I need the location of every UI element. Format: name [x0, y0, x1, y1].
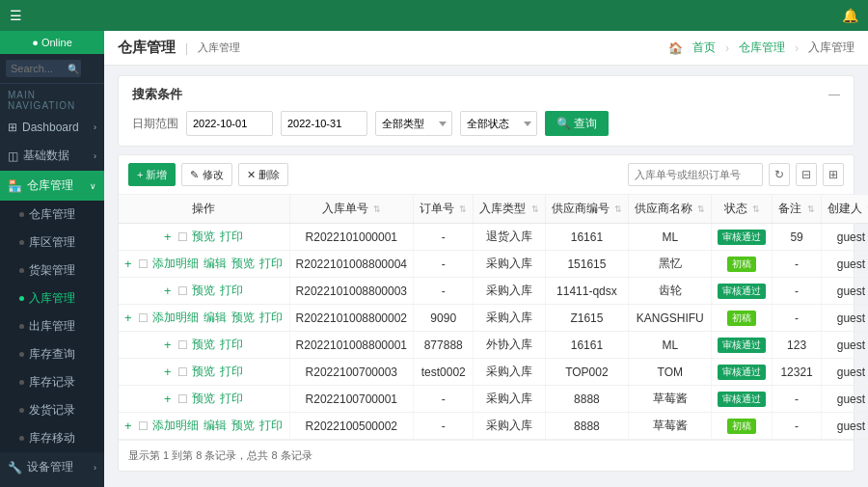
expand-icon[interactable]: + — [124, 311, 132, 325]
row-checkbox[interactable]: ☐ — [138, 311, 149, 325]
cell-order-no: R2022101008800004 — [289, 251, 413, 278]
action-link-预览[interactable]: 预览 — [231, 418, 255, 434]
sort-icon[interactable]: ⇅ — [697, 204, 705, 214]
row-checkbox[interactable]: ☐ — [138, 257, 149, 271]
cell-actions: +☐预览打印 — [119, 332, 289, 359]
toolbar-left: + 新增 ✎ 修改 ✕ 删除 — [128, 163, 288, 186]
page-header-left: 仓库管理 | 入库管理 — [118, 39, 240, 57]
row-checkbox[interactable]: ☐ — [177, 392, 188, 406]
hamburger-icon[interactable]: ☰ — [10, 8, 22, 23]
cell-creator: guest — [821, 386, 868, 413]
sidebar-item-history[interactable]: 库存记录 — [0, 368, 104, 396]
action-link-打印[interactable]: 打印 — [220, 391, 243, 407]
cell-type: 采购入库 — [474, 413, 545, 440]
action-link-添加明细[interactable]: 添加明细 — [152, 256, 199, 272]
action-link-添加明细[interactable]: 添加明细 — [152, 418, 199, 434]
date-to-input[interactable] — [281, 111, 367, 136]
collapse-icon[interactable]: — — [828, 88, 840, 101]
action-link-打印[interactable]: 打印 — [259, 418, 283, 434]
sidebar-item-area[interactable]: 库区管理 — [0, 229, 104, 257]
edit-button[interactable]: ✎ 修改 — [181, 163, 231, 186]
action-link-编辑[interactable]: 编辑 — [203, 256, 227, 272]
action-link-预览[interactable]: 预览 — [192, 337, 215, 353]
action-link-打印[interactable]: 打印 — [220, 229, 243, 245]
table-row: +☐添加明细编辑预览打印R2022100500002-采购入库8888草莓酱初稿… — [119, 413, 868, 440]
cell-actions: +☐预览打印 — [119, 386, 289, 413]
row-checkbox[interactable]: ☐ — [177, 284, 188, 298]
sidebar-item-dashboard[interactable]: ⊞ Dashboard › — [0, 114, 104, 141]
action-link-打印[interactable]: 打印 — [220, 283, 243, 299]
row-checkbox[interactable]: ☐ — [177, 338, 188, 352]
sidebar-item-warehouse-mgmt[interactable]: 🏪 仓库管理 ∨ — [0, 171, 104, 201]
bell-icon[interactable]: 🔔 — [842, 8, 858, 23]
expand-icon[interactable]: + — [164, 284, 172, 298]
expand-icon[interactable]: + — [164, 338, 172, 352]
sort-icon[interactable]: ⇅ — [459, 204, 467, 214]
sidebar-item-delivery[interactable]: 发货记录 — [0, 396, 104, 424]
col-supplier-code: 供应商编号 ⇅ — [545, 195, 628, 224]
sidebar-item-inventory-query[interactable]: 库存查询 — [0, 340, 104, 368]
breadcrumb-sep2: › — [795, 41, 799, 55]
sort-icon[interactable]: ⇅ — [531, 204, 539, 214]
action-link-编辑[interactable]: 编辑 — [203, 418, 227, 434]
export-button[interactable]: ⊞ — [823, 163, 844, 186]
search-button[interactable]: 🔍 查询 — [545, 111, 609, 136]
action-link-打印[interactable]: 打印 — [220, 364, 243, 380]
sidebar-item-transfer[interactable]: 库存移动 — [0, 424, 104, 452]
cell-type: 采购入库 — [474, 278, 545, 305]
dashboard-icon: ⊞ — [8, 121, 17, 134]
action-link-添加明细[interactable]: 添加明细 — [152, 310, 199, 326]
action-link-打印[interactable]: 打印 — [259, 256, 283, 272]
delete-button[interactable]: ✕ 删除 — [238, 163, 288, 186]
expand-icon[interactable]: + — [164, 365, 172, 379]
columns-icon: ⊟ — [801, 168, 811, 181]
expand-icon[interactable]: + — [164, 230, 172, 244]
status-select[interactable]: 全部状态 审核通过 初稿 — [460, 111, 537, 136]
breadcrumb-home-link[interactable]: 首页 — [692, 40, 716, 56]
action-link-预览[interactable]: 预览 — [231, 256, 255, 272]
breadcrumb-warehouse-link[interactable]: 仓库管理 — [739, 40, 785, 56]
cell-supplier-code: 8888 — [545, 386, 628, 413]
sidebar-item-inbound[interactable]: 入库管理 — [0, 284, 104, 312]
row-checkbox[interactable]: ☐ — [177, 230, 188, 244]
sidebar-item-label: 基础数据 — [23, 148, 69, 164]
action-link-预览[interactable]: 预览 — [192, 391, 215, 407]
table-search-input[interactable] — [628, 163, 763, 186]
action-link-打印[interactable]: 打印 — [259, 310, 283, 326]
col-order-id: 订单号 ⇅ — [414, 195, 474, 224]
row-checkbox[interactable]: ☐ — [177, 365, 188, 379]
sidebar-item-basic-data[interactable]: ◫ 基础数据 › — [0, 141, 104, 171]
status-badge: 初稿 — [727, 311, 756, 326]
action-link-预览[interactable]: 预览 — [192, 283, 215, 299]
action-link-预览[interactable]: 预览 — [192, 364, 215, 380]
refresh-button[interactable]: ↻ — [769, 163, 790, 186]
expand-icon[interactable]: + — [124, 257, 132, 271]
type-select[interactable]: 全部类型 采购入库 退货入库 外协入库 — [375, 111, 452, 136]
columns-button[interactable]: ⊟ — [796, 163, 817, 186]
expand-icon[interactable]: + — [124, 419, 132, 433]
action-link-编辑[interactable]: 编辑 — [203, 310, 227, 326]
sidebar-item-warehouse[interactable]: 仓库管理 — [0, 201, 104, 229]
sort-icon[interactable]: ⇅ — [614, 204, 622, 214]
page-title: 仓库管理 — [118, 39, 176, 57]
expand-icon[interactable]: + — [164, 392, 172, 406]
sort-icon[interactable]: ⇅ — [373, 204, 381, 214]
search-panel: 搜索条件 — 日期范围 全部类型 采购入库 退货入库 外协入库 全部状态 — [118, 75, 854, 147]
sidebar-item-device[interactable]: 🔧 设备管理 › — [0, 452, 104, 482]
sidebar-item-outbound[interactable]: 出库管理 — [0, 312, 104, 340]
date-from-input[interactable] — [186, 111, 273, 136]
action-link-预览[interactable]: 预览 — [192, 229, 215, 245]
action-link-打印[interactable]: 打印 — [220, 337, 243, 353]
action-link-预览[interactable]: 预览 — [231, 310, 255, 326]
cell-supplier-code: TOP002 — [545, 359, 628, 386]
sidebar-item-shelf[interactable]: 货架管理 — [0, 257, 104, 284]
row-checkbox[interactable]: ☐ — [138, 419, 149, 433]
breadcrumb-sep1: › — [725, 41, 729, 55]
add-button[interactable]: + 新增 — [128, 163, 176, 186]
cell-remark: - — [773, 251, 821, 278]
sort-icon[interactable]: ⇅ — [752, 204, 760, 214]
cell-supplier-code: 16161 — [545, 224, 628, 251]
sidebar-item-worker[interactable]: ⚙ 工艺配方 › — [0, 482, 104, 487]
status-badge: 审核通过 — [718, 365, 766, 380]
sort-icon[interactable]: ⇅ — [807, 204, 815, 214]
